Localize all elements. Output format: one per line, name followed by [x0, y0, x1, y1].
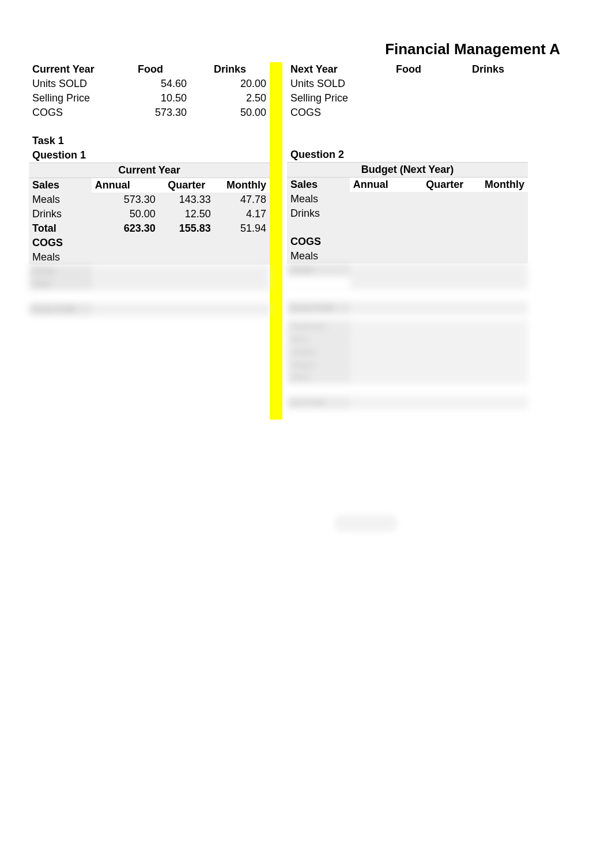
- q1-row-meals: Meals 573.30 143.33 47.78: [29, 193, 270, 207]
- q1-col-monthly: Monthly: [214, 178, 270, 193]
- row-selling-price: Selling Price 10.50 2.50: [29, 91, 270, 105]
- right-column: Next Year Food Drinks Units SOLD Selling…: [287, 62, 528, 420]
- next-year-header: Next Year: [287, 62, 369, 77]
- q1-meals-monthly: 47.78: [214, 193, 270, 207]
- q1-total-annual: 623.30: [92, 221, 159, 236]
- q1-row-drinks: Drinks 50.00 12.50 4.17: [29, 207, 270, 221]
- q2-row-meals: Meals: [287, 192, 528, 206]
- q1-subheader: Current Year: [29, 163, 270, 178]
- q1-cogs-meals-label: Meals: [29, 250, 92, 265]
- q2-row-cogs-header: COGS: [287, 235, 528, 249]
- row-cogs: COGS 573.30 50.00: [29, 105, 270, 120]
- q1-row-cogs-header: COGS: [29, 236, 270, 250]
- ny-row-cogs: COGS: [287, 105, 528, 120]
- left-column: Current Year Food Drinks Units SOLD 54.6…: [29, 62, 270, 420]
- selling-price-drinks: 2.50: [190, 91, 270, 105]
- current-year-col-drinks: Drinks: [190, 62, 270, 77]
- question1-label: Question 1: [29, 148, 92, 163]
- units-sold-food: 54.60: [111, 77, 190, 91]
- current-year-summary-table: Current Year Food Drinks Units SOLD 54.6…: [29, 62, 270, 148]
- next-year-col-food: Food: [369, 62, 448, 77]
- q2-row-cogs-meals: Meals: [287, 249, 528, 263]
- q1-col-sales: Sales: [29, 178, 92, 193]
- page-title: Financial Management A: [385, 40, 560, 58]
- q2-blurred-rows-1: Drinks Gross Profit: [287, 263, 528, 315]
- content-area: Current Year Food Drinks Units SOLD 54.6…: [29, 62, 528, 420]
- q1-meals-label: Meals: [29, 193, 92, 207]
- current-year-col-food: Food: [111, 62, 190, 77]
- q1-meals-quarter: 143.33: [159, 193, 214, 207]
- q1-total-quarter: 155.83: [159, 221, 214, 236]
- question2-table: Question 2 Budget (Next Year) Sales Annu…: [287, 148, 528, 263]
- q1-row-cogs-meals: Meals: [29, 250, 270, 265]
- question2-label: Question 2: [287, 148, 350, 163]
- q1-col-annual: Annual: [92, 178, 159, 193]
- q2-subheader: Budget (Next Year): [287, 163, 528, 178]
- q2-drinks-label: Drinks: [287, 206, 350, 221]
- q1-drinks-annual: 50.00: [92, 207, 159, 221]
- q1-drinks-quarter: 12.50: [159, 207, 214, 221]
- question1-table: Question 1 Current Year Sales Annual Qua…: [29, 148, 270, 265]
- q2-cogs-label: COGS: [287, 235, 350, 249]
- blurred-button: [334, 515, 398, 532]
- q2-row-drinks: Drinks: [287, 206, 528, 221]
- q1-drinks-label: Drinks: [29, 207, 92, 221]
- q2-cogs-meals-label: Meals: [287, 249, 350, 263]
- q1-total-monthly: 51.94: [214, 221, 270, 236]
- q1-blurred-rows: Drinks Total Gross Profit: [29, 265, 270, 316]
- cogs-food: 573.30: [111, 105, 190, 120]
- ny-label-selling-price: Selling Price: [287, 91, 369, 105]
- q1-drinks-monthly: 4.17: [214, 207, 270, 221]
- units-sold-drinks: 20.00: [190, 77, 270, 91]
- q2-blurred-rows-2: Expenses Rent Utilities Wages Other Net …: [287, 320, 528, 410]
- ny-row-units-sold: Units SOLD: [287, 77, 528, 91]
- selling-price-food: 10.50: [111, 91, 190, 105]
- highlight-divider: [270, 62, 282, 420]
- q1-cogs-label: COGS: [29, 236, 92, 250]
- q2-meals-label: Meals: [287, 192, 350, 206]
- q1-col-quarter: Quarter: [159, 178, 214, 193]
- ny-label-cogs: COGS: [287, 105, 369, 120]
- q1-row-total: Total 623.30 155.83 51.94: [29, 221, 270, 236]
- label-units-sold: Units SOLD: [29, 77, 111, 91]
- label-selling-price: Selling Price: [29, 91, 111, 105]
- q2-col-quarter: Quarter: [417, 178, 473, 193]
- ny-row-selling-price: Selling Price: [287, 91, 528, 105]
- next-year-summary-table: Next Year Food Drinks Units SOLD Selling…: [287, 62, 528, 148]
- q1-meals-annual: 573.30: [92, 193, 159, 207]
- q1-total-label: Total: [29, 221, 92, 236]
- row-units-sold: Units SOLD 54.60 20.00: [29, 77, 270, 91]
- next-year-col-drinks: Drinks: [448, 62, 528, 77]
- cogs-drinks: 50.00: [190, 105, 270, 120]
- q2-col-monthly: Monthly: [473, 178, 528, 193]
- task1-title: Task 1: [29, 134, 111, 148]
- ny-label-units-sold: Units SOLD: [287, 77, 369, 91]
- current-year-header: Current Year: [29, 62, 111, 77]
- q2-col-sales: Sales: [287, 178, 350, 193]
- label-cogs: COGS: [29, 105, 111, 120]
- q2-col-annual: Annual: [350, 178, 417, 193]
